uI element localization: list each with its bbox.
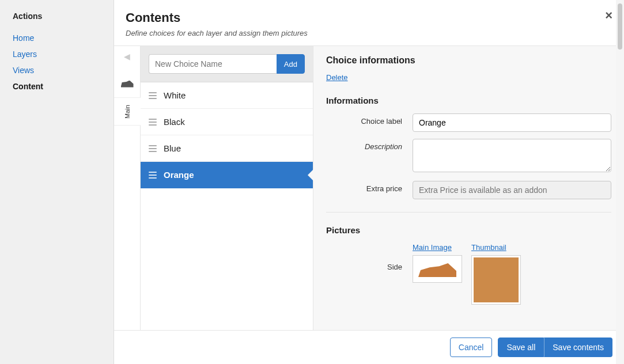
choice-label: White — [164, 90, 186, 100]
choice-label: Orange — [164, 170, 194, 180]
drag-handle-icon[interactable] — [149, 119, 157, 126]
thumbnail-swatch — [474, 257, 519, 302]
header: Contents Define choices for each layer a… — [114, 0, 624, 46]
drag-handle-icon[interactable] — [149, 92, 157, 99]
footer: Cancel Save all Save contents — [114, 331, 624, 364]
add-choice-button[interactable]: Add — [277, 54, 305, 74]
pictures-heading: Pictures — [326, 225, 611, 235]
pictures-row: Side Main Image Thumbnail — [326, 243, 611, 306]
main: Contents Define choices for each layer a… — [114, 0, 624, 364]
choice-label: Blue — [164, 143, 181, 153]
thumbnail-box[interactable] — [471, 255, 521, 305]
choice-item-white[interactable]: White — [141, 82, 313, 109]
shoe-icon — [121, 81, 134, 88]
sidebar-heading: Actions — [13, 12, 114, 21]
pictures-side-label: Side — [326, 243, 413, 306]
description-label: Description — [326, 139, 413, 151]
drag-handle-icon[interactable] — [149, 145, 157, 152]
extra-price-label: Extra price — [326, 181, 413, 193]
choices-panel: Add White Black Blue Orange — [141, 46, 313, 330]
save-contents-button[interactable]: Save contents — [544, 338, 612, 357]
sidebar-item-layers[interactable]: Layers — [13, 46, 114, 62]
sidebar: Actions Home Layers Views Content — [0, 0, 114, 364]
sidebar-item-content[interactable]: Content — [13, 78, 114, 94]
extra-price-input — [413, 181, 611, 199]
description-input[interactable] — [413, 139, 611, 172]
delete-link[interactable]: Delete — [326, 73, 348, 82]
shoe-shape-icon — [418, 263, 456, 277]
page-subtitle: Define choices for each layer and assign… — [126, 29, 612, 37]
choice-item-blue[interactable]: Blue — [141, 135, 313, 162]
layer-tab-main-label: Main — [124, 105, 131, 119]
scrollbar[interactable] — [616, 0, 624, 364]
info-heading: Informations — [326, 96, 611, 105]
main-image-box[interactable] — [413, 255, 462, 283]
details-panel: Choice informations Delete Informations … — [313, 46, 624, 330]
choice-item-orange[interactable]: Orange — [141, 162, 313, 188]
layer-tabs: ◀ Main — [114, 46, 141, 330]
drag-handle-icon[interactable] — [149, 172, 157, 179]
page-title: Contents — [126, 10, 612, 25]
layer-tab-main[interactable]: Main — [114, 98, 141, 126]
main-image-group: Main Image — [413, 243, 462, 306]
sidebar-item-views[interactable]: Views — [13, 62, 114, 78]
save-button-group: Save all Save contents — [498, 338, 612, 357]
details-section-title: Choice informations — [326, 55, 611, 66]
main-image-placeholder — [415, 257, 460, 280]
new-choice-row: Add — [141, 46, 313, 82]
choice-label-input[interactable] — [413, 113, 611, 132]
cancel-button[interactable]: Cancel — [450, 338, 493, 357]
divider — [326, 212, 611, 213]
choice-item-black[interactable]: Black — [141, 109, 313, 135]
body: ◀ Main Add White Black — [114, 46, 624, 331]
thumbnail-group: Thumbnail — [471, 243, 521, 306]
new-choice-input[interactable] — [149, 54, 277, 74]
back-icon[interactable]: ◀ — [124, 52, 130, 61]
save-all-button[interactable]: Save all — [498, 338, 544, 357]
choice-label: Black — [164, 117, 185, 127]
main-image-link[interactable]: Main Image — [413, 243, 462, 252]
close-icon[interactable]: × — [605, 8, 612, 23]
thumbnail-link[interactable]: Thumbnail — [471, 243, 521, 252]
layer-tab-shoe[interactable] — [114, 70, 141, 98]
choice-label-label: Choice label — [326, 113, 413, 126]
scrollbar-thumb[interactable] — [618, 3, 622, 50]
sidebar-item-home[interactable]: Home — [13, 30, 114, 46]
